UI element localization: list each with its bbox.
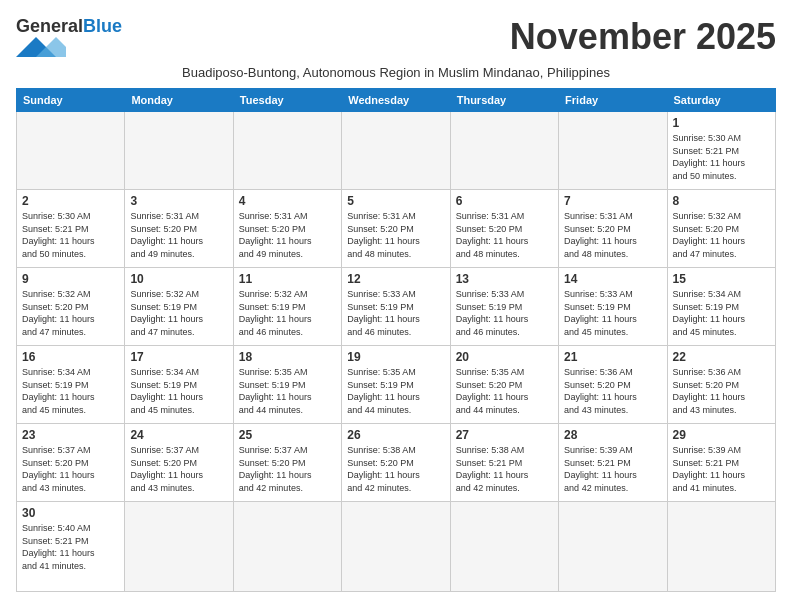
day-number: 24	[130, 428, 227, 442]
calendar-cell: 14Sunrise: 5:33 AMSunset: 5:19 PMDayligh…	[559, 268, 667, 346]
day-info: Sunrise: 5:33 AMSunset: 5:19 PMDaylight:…	[564, 288, 661, 338]
calendar-cell	[342, 112, 450, 190]
month-title: November 2025	[510, 16, 776, 58]
weekday-header-row: SundayMondayTuesdayWednesdayThursdayFrid…	[17, 89, 776, 112]
day-info: Sunrise: 5:37 AMSunset: 5:20 PMDaylight:…	[22, 444, 119, 494]
calendar-cell: 16Sunrise: 5:34 AMSunset: 5:19 PMDayligh…	[17, 346, 125, 424]
generalblue-logo-icon	[16, 37, 66, 61]
calendar-cell: 19Sunrise: 5:35 AMSunset: 5:19 PMDayligh…	[342, 346, 450, 424]
calendar-cell	[450, 112, 558, 190]
calendar-cell	[559, 112, 667, 190]
weekday-header-friday: Friday	[559, 89, 667, 112]
calendar-cell	[17, 112, 125, 190]
day-number: 17	[130, 350, 227, 364]
day-info: Sunrise: 5:38 AMSunset: 5:20 PMDaylight:…	[347, 444, 444, 494]
day-number: 27	[456, 428, 553, 442]
calendar-cell: 26Sunrise: 5:38 AMSunset: 5:20 PMDayligh…	[342, 424, 450, 502]
day-info: Sunrise: 5:35 AMSunset: 5:20 PMDaylight:…	[456, 366, 553, 416]
day-info: Sunrise: 5:34 AMSunset: 5:19 PMDaylight:…	[130, 366, 227, 416]
day-info: Sunrise: 5:33 AMSunset: 5:19 PMDaylight:…	[347, 288, 444, 338]
weekday-header-sunday: Sunday	[17, 89, 125, 112]
day-info: Sunrise: 5:36 AMSunset: 5:20 PMDaylight:…	[673, 366, 770, 416]
day-number: 25	[239, 428, 336, 442]
calendar-cell: 8Sunrise: 5:32 AMSunset: 5:20 PMDaylight…	[667, 190, 775, 268]
day-info: Sunrise: 5:39 AMSunset: 5:21 PMDaylight:…	[564, 444, 661, 494]
calendar-cell: 5Sunrise: 5:31 AMSunset: 5:20 PMDaylight…	[342, 190, 450, 268]
logo: GeneralBlue	[16, 16, 122, 61]
day-number: 1	[673, 116, 770, 130]
calendar-week-row: 1Sunrise: 5:30 AMSunset: 5:21 PMDaylight…	[17, 112, 776, 190]
day-info: Sunrise: 5:30 AMSunset: 5:21 PMDaylight:…	[673, 132, 770, 182]
day-info: Sunrise: 5:35 AMSunset: 5:19 PMDaylight:…	[347, 366, 444, 416]
day-number: 10	[130, 272, 227, 286]
calendar-week-row: 16Sunrise: 5:34 AMSunset: 5:19 PMDayligh…	[17, 346, 776, 424]
calendar-week-row: 9Sunrise: 5:32 AMSunset: 5:20 PMDaylight…	[17, 268, 776, 346]
calendar-cell: 30Sunrise: 5:40 AMSunset: 5:21 PMDayligh…	[17, 502, 125, 592]
day-info: Sunrise: 5:34 AMSunset: 5:19 PMDaylight:…	[22, 366, 119, 416]
calendar-cell	[342, 502, 450, 592]
calendar-cell: 6Sunrise: 5:31 AMSunset: 5:20 PMDaylight…	[450, 190, 558, 268]
calendar-cell: 2Sunrise: 5:30 AMSunset: 5:21 PMDaylight…	[17, 190, 125, 268]
day-info: Sunrise: 5:35 AMSunset: 5:19 PMDaylight:…	[239, 366, 336, 416]
day-number: 26	[347, 428, 444, 442]
day-info: Sunrise: 5:39 AMSunset: 5:21 PMDaylight:…	[673, 444, 770, 494]
weekday-header-tuesday: Tuesday	[233, 89, 341, 112]
day-number: 19	[347, 350, 444, 364]
day-info: Sunrise: 5:38 AMSunset: 5:21 PMDaylight:…	[456, 444, 553, 494]
calendar-cell: 15Sunrise: 5:34 AMSunset: 5:19 PMDayligh…	[667, 268, 775, 346]
day-info: Sunrise: 5:32 AMSunset: 5:19 PMDaylight:…	[239, 288, 336, 338]
calendar-cell: 17Sunrise: 5:34 AMSunset: 5:19 PMDayligh…	[125, 346, 233, 424]
calendar-cell	[125, 112, 233, 190]
calendar-cell: 20Sunrise: 5:35 AMSunset: 5:20 PMDayligh…	[450, 346, 558, 424]
calendar-cell: 23Sunrise: 5:37 AMSunset: 5:20 PMDayligh…	[17, 424, 125, 502]
calendar-week-row: 23Sunrise: 5:37 AMSunset: 5:20 PMDayligh…	[17, 424, 776, 502]
calendar-cell	[233, 502, 341, 592]
day-number: 21	[564, 350, 661, 364]
day-info: Sunrise: 5:32 AMSunset: 5:19 PMDaylight:…	[130, 288, 227, 338]
day-number: 2	[22, 194, 119, 208]
subtitle: Buadiposo-Buntong, Autonomous Region in …	[16, 65, 776, 80]
day-number: 28	[564, 428, 661, 442]
calendar-cell: 21Sunrise: 5:36 AMSunset: 5:20 PMDayligh…	[559, 346, 667, 424]
calendar-week-row: 2Sunrise: 5:30 AMSunset: 5:21 PMDaylight…	[17, 190, 776, 268]
day-info: Sunrise: 5:31 AMSunset: 5:20 PMDaylight:…	[456, 210, 553, 260]
day-info: Sunrise: 5:31 AMSunset: 5:20 PMDaylight:…	[239, 210, 336, 260]
calendar-week-row: 30Sunrise: 5:40 AMSunset: 5:21 PMDayligh…	[17, 502, 776, 592]
calendar-cell: 22Sunrise: 5:36 AMSunset: 5:20 PMDayligh…	[667, 346, 775, 424]
calendar-cell	[559, 502, 667, 592]
day-number: 11	[239, 272, 336, 286]
calendar-cell: 24Sunrise: 5:37 AMSunset: 5:20 PMDayligh…	[125, 424, 233, 502]
calendar-cell: 7Sunrise: 5:31 AMSunset: 5:20 PMDaylight…	[559, 190, 667, 268]
day-number: 6	[456, 194, 553, 208]
day-number: 22	[673, 350, 770, 364]
day-number: 29	[673, 428, 770, 442]
day-number: 7	[564, 194, 661, 208]
day-number: 3	[130, 194, 227, 208]
day-number: 4	[239, 194, 336, 208]
calendar-cell: 12Sunrise: 5:33 AMSunset: 5:19 PMDayligh…	[342, 268, 450, 346]
weekday-header-thursday: Thursday	[450, 89, 558, 112]
calendar-cell: 9Sunrise: 5:32 AMSunset: 5:20 PMDaylight…	[17, 268, 125, 346]
weekday-header-monday: Monday	[125, 89, 233, 112]
calendar-cell: 3Sunrise: 5:31 AMSunset: 5:20 PMDaylight…	[125, 190, 233, 268]
day-number: 23	[22, 428, 119, 442]
calendar-cell: 1Sunrise: 5:30 AMSunset: 5:21 PMDaylight…	[667, 112, 775, 190]
calendar-cell: 11Sunrise: 5:32 AMSunset: 5:19 PMDayligh…	[233, 268, 341, 346]
day-number: 13	[456, 272, 553, 286]
calendar-cell: 4Sunrise: 5:31 AMSunset: 5:20 PMDaylight…	[233, 190, 341, 268]
day-info: Sunrise: 5:31 AMSunset: 5:20 PMDaylight:…	[130, 210, 227, 260]
day-info: Sunrise: 5:32 AMSunset: 5:20 PMDaylight:…	[22, 288, 119, 338]
day-info: Sunrise: 5:37 AMSunset: 5:20 PMDaylight:…	[239, 444, 336, 494]
day-number: 15	[673, 272, 770, 286]
page-header: GeneralBlue November 2025	[16, 16, 776, 61]
calendar-cell: 25Sunrise: 5:37 AMSunset: 5:20 PMDayligh…	[233, 424, 341, 502]
calendar-cell: 28Sunrise: 5:39 AMSunset: 5:21 PMDayligh…	[559, 424, 667, 502]
calendar-cell	[233, 112, 341, 190]
day-info: Sunrise: 5:32 AMSunset: 5:20 PMDaylight:…	[673, 210, 770, 260]
calendar-cell: 13Sunrise: 5:33 AMSunset: 5:19 PMDayligh…	[450, 268, 558, 346]
calendar-cell: 18Sunrise: 5:35 AMSunset: 5:19 PMDayligh…	[233, 346, 341, 424]
day-number: 5	[347, 194, 444, 208]
day-number: 9	[22, 272, 119, 286]
weekday-header-wednesday: Wednesday	[342, 89, 450, 112]
day-info: Sunrise: 5:31 AMSunset: 5:20 PMDaylight:…	[347, 210, 444, 260]
